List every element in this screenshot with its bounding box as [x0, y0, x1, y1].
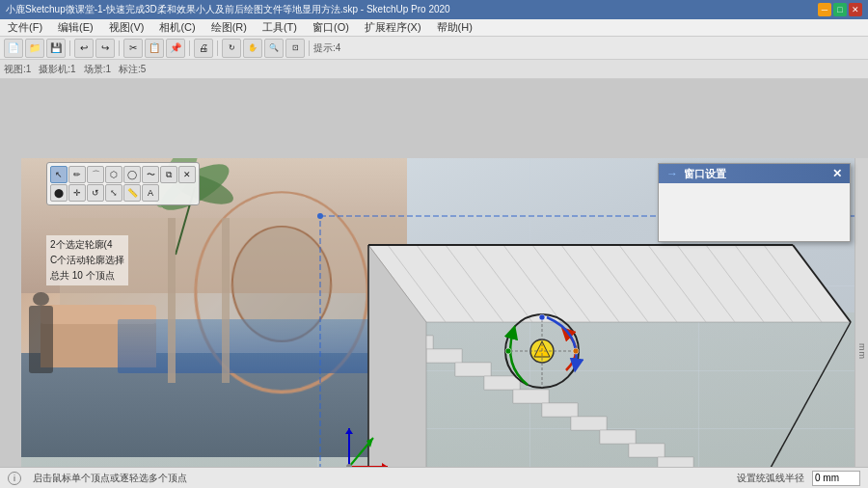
status-bar: i 启击鼠标单个顶点或逐轻选多个顶点 设置统弧线半径: [0, 467, 868, 488]
toolbar-sep-1: [69, 41, 70, 56]
window-settings-header: → 窗口设置 ✕: [659, 164, 850, 183]
sub-toolbar-annotation[interactable]: 标注:5: [119, 63, 146, 76]
ft-row-1: ↖ ✏ ⌒ ⬡ ◯ 〜 ⧉ ✕: [50, 166, 196, 183]
scale-tool[interactable]: ⤡: [105, 184, 122, 202]
toolbar-label: 提示:4: [313, 41, 340, 55]
window-settings-title: 窗口设置: [684, 167, 726, 181]
svg-point-65: [539, 314, 545, 320]
sub-toolbar: 视图:1 摄影机:1 场景:1 标注:5: [0, 60, 868, 79]
app-title: 小鹿Sketchup微课堂-1-快速完成3D柔和效果小人及前后绘图文件等地显用方…: [6, 3, 450, 16]
rotate-tool[interactable]: ↺: [87, 184, 104, 202]
close-tool[interactable]: ✕: [178, 166, 196, 183]
right-edge-text: mm: [857, 343, 867, 360]
svg-marker-36: [484, 376, 520, 390]
minimize-button[interactable]: ─: [818, 3, 831, 16]
pencil-tool[interactable]: ✏: [68, 166, 86, 183]
circle-tool[interactable]: ◯: [123, 166, 141, 183]
window-settings-panel: → 窗口设置 ✕: [658, 163, 851, 242]
undo-button[interactable]: ↩: [74, 39, 94, 58]
new-button[interactable]: 📄: [4, 39, 23, 58]
svg-marker-35: [455, 363, 491, 376]
toolbar-sep-2: [119, 41, 120, 56]
info-icon: i: [8, 472, 21, 485]
window-controls: ─ □ ✕: [818, 3, 862, 16]
right-edge-panel: mm: [854, 158, 868, 488]
menu-camera[interactable]: 相机(C): [155, 20, 199, 35]
radius-label: 设置统弧线半径: [737, 472, 804, 485]
zoom-extents-button[interactable]: ⊡: [285, 39, 305, 58]
menu-help[interactable]: 帮助(H): [433, 20, 476, 35]
sub-toolbar-view[interactable]: 视图:1: [4, 63, 31, 76]
status-right: 设置统弧线半径: [737, 471, 860, 486]
maximize-button[interactable]: □: [833, 3, 847, 16]
freehand-tool[interactable]: 〜: [142, 166, 159, 183]
sub-toolbar-scene[interactable]: 场景:1: [84, 63, 111, 76]
pan-button[interactable]: ✋: [243, 39, 262, 58]
viewport[interactable]: 2个选定轮廓(4 C个活动轮廓选择 总共 10 个顶点 ↖ ✏ ⌒ ⬡ ◯ 〜 …: [21, 158, 868, 488]
sub-toolbar-camera[interactable]: 摄影机:1: [39, 63, 75, 76]
toolbar-sep-3: [189, 41, 190, 56]
offset-tool[interactable]: ⧉: [160, 166, 177, 183]
svg-marker-38: [542, 403, 578, 417]
copy-button[interactable]: 📋: [145, 39, 164, 58]
svg-marker-34: [426, 349, 462, 363]
orbit-button[interactable]: ↻: [222, 39, 241, 58]
title-bar: 小鹿Sketchup微课堂-1-快速完成3D柔和效果小人及前后绘图文件等地显用方…: [0, 0, 868, 19]
svg-marker-40: [600, 430, 636, 444]
svg-point-64: [505, 348, 511, 354]
svg-line-51: [754, 322, 851, 488]
text-tool[interactable]: A: [142, 184, 159, 202]
info-line2: C个活动轮廓选择: [50, 253, 124, 268]
push-pull-tool[interactable]: ⬤: [50, 184, 68, 202]
close-button[interactable]: ✕: [849, 3, 862, 16]
window-settings-arrow: →: [666, 167, 678, 180]
svg-point-63: [573, 348, 579, 354]
paste-button[interactable]: 📌: [166, 39, 185, 58]
status-message: 启击鼠标单个顶点或逐轻选多个顶点: [33, 472, 187, 485]
info-line3: 总共 10 个顶点: [50, 268, 124, 284]
window-settings-body: [659, 183, 850, 241]
float-toolbar: ↖ ✏ ⌒ ⬡ ◯ 〜 ⧉ ✕ ⬤ ✛ ↺ ⤡ 📏 A: [46, 162, 200, 205]
shape-tool[interactable]: ⬡: [105, 166, 122, 183]
zoom-button[interactable]: 🔍: [264, 39, 284, 58]
svg-marker-71: [345, 428, 353, 434]
window-settings-close[interactable]: ✕: [832, 167, 842, 180]
menu-tools[interactable]: 工具(T): [258, 20, 301, 35]
menu-view[interactable]: 视图(V): [105, 20, 149, 35]
svg-marker-39: [571, 417, 607, 430]
svg-marker-41: [629, 444, 665, 457]
rotation-gizmo: [505, 314, 579, 388]
tape-tool[interactable]: 📏: [123, 184, 141, 202]
toolbar: 📄 📁 💾 ↩ ↪ ✂ 📋 📌 🖨 ↻ ✋ 🔍 ⊡ 提示:4: [0, 37, 868, 60]
redo-button[interactable]: ↪: [95, 39, 115, 58]
open-button[interactable]: 📁: [25, 39, 44, 58]
selection-info: 2个选定轮廓(4 C个活动轮廓选择 总共 10 个顶点: [46, 235, 128, 285]
svg-marker-4: [368, 245, 851, 322]
pillar-2: [222, 218, 230, 383]
human-silhouette: [29, 306, 53, 373]
svg-point-54: [317, 213, 323, 219]
menu-draw[interactable]: 绘图(R): [207, 20, 251, 35]
menu-file[interactable]: 文件(F): [4, 20, 46, 35]
cut-button[interactable]: ✂: [123, 39, 143, 58]
print-button[interactable]: 🖨: [194, 39, 213, 58]
menu-extensions[interactable]: 扩展程序(X): [361, 20, 425, 35]
main-area: 2个选定轮廓(4 C个活动轮廓选择 总共 10 个顶点 ↖ ✏ ⌒ ⬡ ◯ 〜 …: [0, 158, 868, 488]
info-line1: 2个选定轮廓(4: [50, 237, 124, 253]
move-tool[interactable]: ✛: [68, 184, 86, 202]
select-tool[interactable]: ↖: [50, 166, 68, 183]
save-button[interactable]: 💾: [46, 39, 66, 58]
menu-edit[interactable]: 编辑(E): [54, 20, 97, 35]
radius-input[interactable]: [812, 471, 860, 486]
arc-tool[interactable]: ⌒: [87, 166, 104, 183]
toolbar-sep-5: [309, 41, 310, 56]
menu-bar: 文件(F) 编辑(E) 视图(V) 相机(C) 绘图(R) 工具(T) 窗口(O…: [0, 19, 868, 37]
ft-row-2: ⬤ ✛ ↺ ⤡ 📏 A: [50, 184, 196, 202]
pillar-1: [168, 218, 176, 383]
toolbar-sep-4: [217, 41, 218, 56]
svg-marker-37: [513, 390, 549, 403]
menu-window[interactable]: 窗口(O): [309, 20, 353, 35]
